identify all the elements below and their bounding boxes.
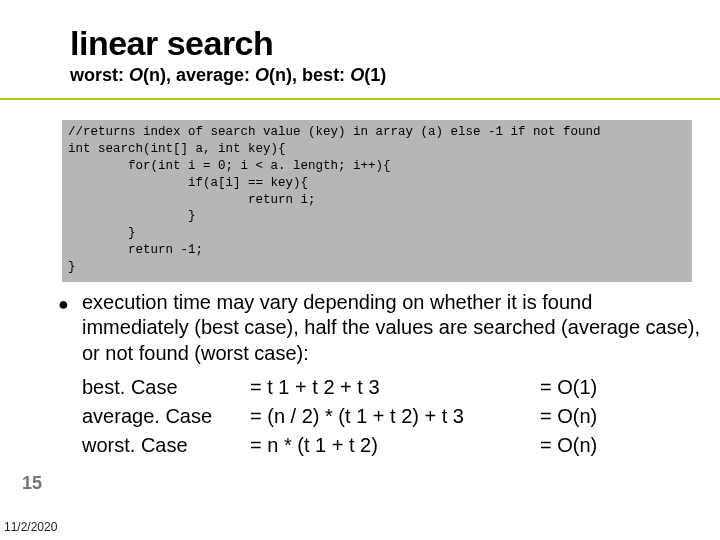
case-row: worst. Case = n * (t 1 + t 2) = O(n) [82, 431, 702, 460]
case-label: best. Case [82, 373, 250, 402]
code-block: //returns index of search value (key) in… [62, 120, 692, 282]
case-expr: = n * (t 1 + t 2) [250, 431, 540, 460]
bullet-icon: ● [58, 290, 82, 460]
case-bigo: = O(n) [540, 431, 702, 460]
case-label: average. Case [82, 402, 250, 431]
best-o: O [350, 65, 364, 85]
case-bigo: = O(1) [540, 373, 702, 402]
avg-o: O [255, 65, 269, 85]
slide-date: 11/2/2020 [4, 520, 57, 534]
case-bigo: = O(n) [540, 402, 702, 431]
avg-arg: (n), [269, 65, 302, 85]
case-row: best. Case = t 1 + t 2 + t 3 = O(1) [82, 373, 702, 402]
body-content: execution time may vary depending on whe… [82, 290, 702, 460]
case-label: worst. Case [82, 431, 250, 460]
avg-label: average: [176, 65, 255, 85]
slide-subtitle: worst: O(n), average: O(n), best: O(1) [70, 65, 720, 86]
divider-rule [0, 98, 720, 100]
case-row: average. Case = (n / 2) * (t 1 + t 2) + … [82, 402, 702, 431]
case-expr: = t 1 + t 2 + t 3 [250, 373, 540, 402]
best-label: best: [302, 65, 350, 85]
page-number: 15 [22, 473, 42, 494]
slide-title: linear search [70, 24, 720, 63]
body-paragraph: execution time may vary depending on whe… [82, 290, 702, 367]
worst-arg: (n), [143, 65, 176, 85]
cases-table: best. Case = t 1 + t 2 + t 3 = O(1) aver… [82, 373, 702, 460]
worst-o: O [129, 65, 143, 85]
body-row: ● execution time may vary depending on w… [0, 282, 720, 460]
best-arg: (1) [364, 65, 386, 85]
case-expr: = (n / 2) * (t 1 + t 2) + t 3 [250, 402, 540, 431]
worst-label: worst: [70, 65, 129, 85]
slide: linear search worst: O(n), average: O(n)… [0, 0, 720, 540]
title-block: linear search worst: O(n), average: O(n)… [0, 0, 720, 92]
